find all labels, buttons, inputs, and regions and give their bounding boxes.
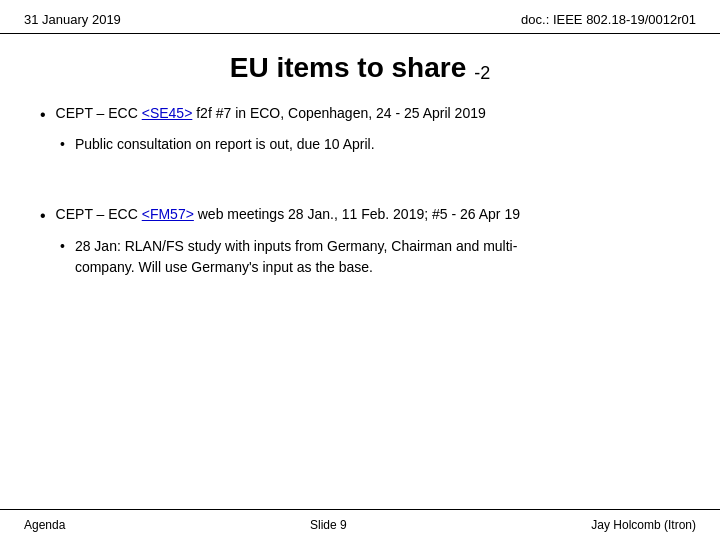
footer-left: Agenda xyxy=(24,518,65,532)
sub-bullet-text-2: 28 Jan: RLAN/FS study with inputs from G… xyxy=(75,236,517,278)
sub-bullet-2: • 28 Jan: RLAN/FS study with inputs from… xyxy=(60,236,680,278)
bullet-item-1: • CEPT – ECC <SE45> f2f #7 in ECO, Copen… xyxy=(40,104,680,126)
bullet2-suffix: web meetings 28 Jan., 11 Feb. 2019; #5 -… xyxy=(194,206,520,222)
header: 31 January 2019 doc.: IEEE 802.18-19/001… xyxy=(0,0,720,34)
sub-bullet2-line2: company. Will use Germany's input as the… xyxy=(75,259,373,275)
sub-bullet-dot-1: • xyxy=(60,134,65,155)
main-title: EU items to share xyxy=(230,52,467,83)
second-bullet-section: • CEPT – ECC <FM57> web meetings 28 Jan.… xyxy=(0,195,720,287)
footer: Agenda Slide 9 Jay Holcomb (Itron) xyxy=(0,509,720,540)
slide-container: 31 January 2019 doc.: IEEE 802.18-19/001… xyxy=(0,0,720,540)
bullet-item-2: • CEPT – ECC <FM57> web meetings 28 Jan.… xyxy=(40,205,680,227)
header-doc: doc.: IEEE 802.18-19/0012r01 xyxy=(521,12,696,27)
footer-center: Slide 9 xyxy=(310,518,347,532)
bullet-text-2: CEPT – ECC <FM57> web meetings 28 Jan., … xyxy=(56,205,520,225)
sub-bullet2-line1: 28 Jan: RLAN/FS study with inputs from G… xyxy=(75,238,517,254)
header-date: 31 January 2019 xyxy=(24,12,121,27)
bullet2-prefix: CEPT – ECC xyxy=(56,206,142,222)
spacer xyxy=(0,165,720,195)
bullet1-link[interactable]: <SE45> xyxy=(142,105,193,121)
sub-bullet-text-1: Public consultation on report is out, du… xyxy=(75,134,375,155)
bullet2-link[interactable]: <FM57> xyxy=(142,206,194,222)
title-section: EU items to share-2 xyxy=(0,34,720,94)
sub-bullet-dot-2: • xyxy=(60,236,65,257)
title-suffix: -2 xyxy=(474,63,490,83)
bullet-text-1: CEPT – ECC <SE45> f2f #7 in ECO, Copenha… xyxy=(56,104,486,124)
bullet-dot-1: • xyxy=(40,104,46,126)
bullet-dot-2: • xyxy=(40,205,46,227)
sub-bullet-1: • Public consultation on report is out, … xyxy=(60,134,680,155)
bullet1-prefix: CEPT – ECC xyxy=(56,105,142,121)
first-bullet-section: • CEPT – ECC <SE45> f2f #7 in ECO, Copen… xyxy=(0,94,720,165)
bullet1-suffix: f2f #7 in ECO, Copenhagen, 24 - 25 April… xyxy=(192,105,485,121)
footer-right: Jay Holcomb (Itron) xyxy=(591,518,696,532)
